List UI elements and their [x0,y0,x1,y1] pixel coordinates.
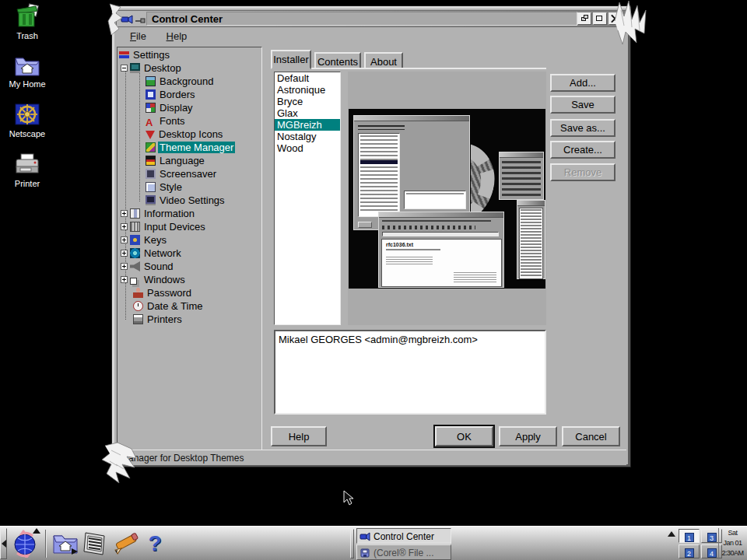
tree-item-label[interactable]: Video Settings [158,194,226,206]
tree-item-style[interactable]: Style [146,181,184,194]
tree-item-label[interactable]: Borders [158,89,197,100]
menu-bar: File Help [116,29,626,44]
theme-list-item[interactable]: Wood [275,142,340,154]
tree-item-desktop-icons[interactable]: Desktop Icons [146,128,224,141]
tree-item-fonts[interactable]: Fonts [146,115,187,128]
expand-icon[interactable] [121,263,128,270]
tree-item-label[interactable]: Desktop Icons [157,128,224,140]
help-button-panel[interactable]: ? [143,530,167,558]
tree-item-background[interactable]: Background [146,75,215,88]
sticky-pin-icon[interactable] [135,18,146,23]
desktop-icon-trash[interactable]: Trash [0,3,54,40]
desktop-icon-printer[interactable]: Printer [0,152,54,188]
tree-item-display[interactable]: Display [146,102,195,114]
tree-item-label[interactable]: Desktop [142,62,183,74]
tree-item-label[interactable]: Background [158,75,215,87]
tree-item-windows[interactable]: Windows [130,274,187,286]
expand-icon[interactable] [121,223,128,230]
tree-item-sound[interactable]: Sound [130,261,175,273]
tree-item-label[interactable]: Information [142,208,196,219]
terminal-button[interactable] [81,530,109,558]
help-button[interactable]: Help [271,426,327,446]
add-button[interactable]: Add... [550,74,615,92]
tree-item-label[interactable]: Input Devices [142,221,207,233]
tree-item-language[interactable]: Language [146,155,206,167]
tree-item-borders[interactable]: Borders [146,89,197,101]
windows-icon [130,278,137,285]
tree-item-label[interactable]: Windows [142,274,187,285]
desktop-icon-label[interactable]: Printer [0,179,54,188]
theme-list-item[interactable]: Bryce [275,96,340,107]
tree-item-keys[interactable]: Keys [130,234,168,247]
tree-item-theme-manager[interactable]: Theme Manager [146,142,235,154]
tree-item-printers[interactable]: Printers [133,313,184,326]
panel-hide-button[interactable] [0,528,7,559]
save-as-button[interactable]: Save as... [550,119,615,137]
tree-item-information[interactable]: Information [130,208,196,220]
expand-icon[interactable] [121,236,128,243]
tree-item-label[interactable]: Network [142,247,183,259]
theme-author-field[interactable]: Mikael GEORGES <admin@mgbreizh.com> [274,330,546,415]
tree-item-label[interactable]: Language [158,155,206,166]
task-button-corel-file[interactable]: (Corel® File ... [356,544,451,560]
expand-icon[interactable] [121,210,128,217]
create-button[interactable]: Create... [550,141,615,159]
theme-list-item[interactable]: Default [275,72,340,84]
tree-item-video-settings[interactable]: Video Settings [146,194,226,207]
tree-item-settings[interactable]: Settings [119,49,171,61]
ok-button[interactable]: OK [435,426,493,446]
expand-icon[interactable] [121,250,128,257]
maximize-button[interactable] [593,12,607,25]
tree-item-desktop[interactable]: Desktop [130,62,183,75]
desktop-icon-label[interactable]: Netscape [0,129,54,138]
tree-item-label[interactable]: Password [146,287,193,299]
task-area-handle[interactable] [350,529,354,558]
tree-item-input-devices[interactable]: Input Devices [130,221,207,233]
tree-item-password[interactable]: Password [133,287,193,299]
pager-desktop-1[interactable]: 1 [679,529,700,543]
pager-desktop-2[interactable]: 2 [679,544,700,558]
tree-item-screensaver[interactable]: Screensaver [146,168,218,180]
tree-item-label[interactable]: Theme Manager [158,142,235,153]
task-button-control-center[interactable]: Control Center [356,528,451,544]
collapse-icon[interactable] [121,65,128,72]
save-button[interactable]: Save [550,96,615,114]
menu-help[interactable]: Help [163,29,191,44]
theme-list-item[interactable]: Glax [275,107,340,119]
tree-item-label[interactable]: Date & Time [146,300,205,312]
background-icon [146,76,156,86]
tree-item-label[interactable]: Style [158,181,184,193]
fonts-icon [146,117,156,127]
tree-item-label[interactable]: Fonts [158,115,187,127]
theme-list-item-selected[interactable]: MGBreizh [275,119,340,131]
tree-item-label[interactable]: Keys [142,234,168,246]
k-menu-button[interactable] [11,530,39,558]
tree-item-label[interactable]: Screensaver [158,168,218,180]
apply-button[interactable]: Apply [499,426,557,446]
theme-list-item[interactable]: Astronique [275,84,340,96]
expand-icon[interactable] [121,276,128,283]
tab-contents[interactable]: Contents [314,52,361,69]
titlebar[interactable]: Control Center [116,10,626,27]
clock[interactable]: Sat Jan 01 2:30AM [718,528,746,559]
tab-installer[interactable]: Installer [271,50,311,69]
tree-item-network[interactable]: Network [130,247,183,260]
desktop-icon-my-home[interactable]: My Home [0,53,54,89]
theme-list-item[interactable]: Nostalgy [275,131,340,142]
tree-item-date-time[interactable]: Date & Time [133,300,205,313]
cancel-button[interactable]: Cancel [562,426,620,446]
editor-button[interactable] [110,530,139,558]
desktop-icon-label[interactable]: Trash [0,31,54,40]
home-folder-button[interactable] [51,530,79,558]
tree-item-label[interactable]: Settings [132,49,171,61]
panel-up-arrow-icon[interactable] [668,531,675,537]
tab-about[interactable]: About [364,52,403,69]
menu-file[interactable]: File [127,29,149,44]
tree-item-label[interactable]: Printers [146,313,184,325]
remove-button[interactable]: Remove [550,163,615,181]
desktop-icon-netscape[interactable]: Netscape [0,103,54,138]
iconify-button[interactable] [577,12,591,25]
tree-item-label[interactable]: Display [158,102,195,114]
tree-item-label[interactable]: Sound [142,261,175,272]
desktop-icon-label[interactable]: My Home [0,79,54,89]
